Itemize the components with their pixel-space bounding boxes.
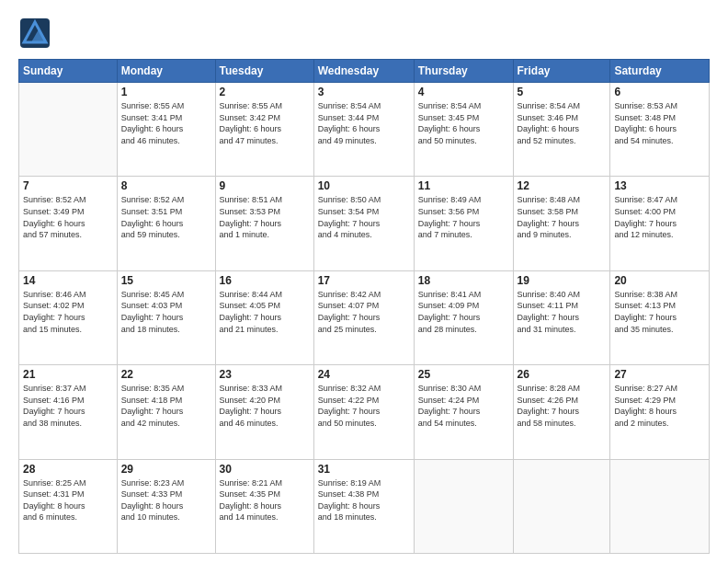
calendar-day-header: Friday xyxy=(513,60,610,83)
day-info: Sunrise: 8:38 AMSunset: 4:13 PMDaylight:… xyxy=(614,289,705,335)
day-number: 4 xyxy=(418,86,509,98)
day-info: Sunrise: 8:52 AMSunset: 3:49 PMDaylight:… xyxy=(23,194,113,240)
day-info: Sunrise: 8:47 AMSunset: 4:00 PMDaylight:… xyxy=(614,194,705,240)
day-info: Sunrise: 8:32 AMSunset: 4:22 PMDaylight:… xyxy=(318,383,410,429)
calendar-day-cell: 31Sunrise: 8:19 AMSunset: 4:38 PMDayligh… xyxy=(313,459,414,553)
day-info: Sunrise: 8:42 AMSunset: 4:07 PMDaylight:… xyxy=(318,289,410,335)
calendar-day-header: Monday xyxy=(117,60,215,83)
day-number: 22 xyxy=(121,368,211,381)
calendar-day-cell xyxy=(610,459,710,553)
logo-icon xyxy=(18,17,51,50)
day-number: 2 xyxy=(220,86,310,98)
day-info: Sunrise: 8:35 AMSunset: 4:18 PMDaylight:… xyxy=(121,383,211,429)
calendar-table: SundayMondayTuesdayWednesdayThursdayFrid… xyxy=(18,59,710,554)
calendar-day-header: Tuesday xyxy=(215,60,313,83)
calendar-day-cell: 12Sunrise: 8:48 AMSunset: 3:58 PMDayligh… xyxy=(513,177,610,270)
day-info: Sunrise: 8:27 AMSunset: 4:29 PMDaylight:… xyxy=(614,383,705,429)
calendar-day-cell xyxy=(513,459,610,553)
day-number: 25 xyxy=(418,368,509,381)
day-info: Sunrise: 8:25 AMSunset: 4:31 PMDaylight:… xyxy=(23,477,113,523)
calendar-day-cell: 6Sunrise: 8:53 AMSunset: 3:48 PMDaylight… xyxy=(610,83,710,177)
day-number: 24 xyxy=(318,368,410,381)
calendar-day-cell xyxy=(414,459,513,553)
day-info: Sunrise: 8:30 AMSunset: 4:24 PMDaylight:… xyxy=(418,383,509,429)
day-number: 31 xyxy=(318,463,410,476)
day-info: Sunrise: 8:19 AMSunset: 4:38 PMDaylight:… xyxy=(318,477,410,523)
calendar-day-cell: 30Sunrise: 8:21 AMSunset: 4:35 PMDayligh… xyxy=(215,459,313,553)
calendar-day-cell: 5Sunrise: 8:54 AMSunset: 3:46 PMDaylight… xyxy=(513,83,610,177)
day-info: Sunrise: 8:52 AMSunset: 3:51 PMDaylight:… xyxy=(121,194,211,240)
day-info: Sunrise: 8:49 AMSunset: 3:56 PMDaylight:… xyxy=(418,194,509,240)
day-number: 20 xyxy=(614,274,705,287)
calendar-week-row: 7Sunrise: 8:52 AMSunset: 3:49 PMDaylight… xyxy=(19,177,710,270)
calendar-day-cell: 14Sunrise: 8:46 AMSunset: 4:02 PMDayligh… xyxy=(19,270,118,364)
day-number: 23 xyxy=(220,368,310,381)
calendar-day-cell: 19Sunrise: 8:40 AMSunset: 4:11 PMDayligh… xyxy=(513,270,610,364)
calendar-day-header: Wednesday xyxy=(313,60,414,83)
calendar-week-row: 28Sunrise: 8:25 AMSunset: 4:31 PMDayligh… xyxy=(19,459,710,553)
header xyxy=(18,17,710,50)
calendar-day-cell: 13Sunrise: 8:47 AMSunset: 4:00 PMDayligh… xyxy=(610,177,710,270)
day-number: 30 xyxy=(220,463,310,476)
calendar-day-cell: 27Sunrise: 8:27 AMSunset: 4:29 PMDayligh… xyxy=(610,365,710,459)
day-number: 29 xyxy=(121,463,211,476)
calendar-day-cell: 22Sunrise: 8:35 AMSunset: 4:18 PMDayligh… xyxy=(117,365,215,459)
day-info: Sunrise: 8:28 AMSunset: 4:26 PMDaylight:… xyxy=(518,383,607,429)
calendar-day-cell: 9Sunrise: 8:51 AMSunset: 3:53 PMDaylight… xyxy=(215,177,313,270)
day-info: Sunrise: 8:54 AMSunset: 3:46 PMDaylight:… xyxy=(518,100,607,146)
calendar-day-cell: 2Sunrise: 8:55 AMSunset: 3:42 PMDaylight… xyxy=(215,83,313,177)
calendar-day-header: Sunday xyxy=(19,60,118,83)
page: SundayMondayTuesdayWednesdayThursdayFrid… xyxy=(0,0,728,563)
day-number: 11 xyxy=(418,179,509,192)
day-number: 28 xyxy=(23,463,113,476)
day-info: Sunrise: 8:48 AMSunset: 3:58 PMDaylight:… xyxy=(518,194,607,240)
day-info: Sunrise: 8:50 AMSunset: 3:54 PMDaylight:… xyxy=(318,194,410,240)
calendar-day-cell: 8Sunrise: 8:52 AMSunset: 3:51 PMDaylight… xyxy=(117,177,215,270)
calendar-day-cell: 25Sunrise: 8:30 AMSunset: 4:24 PMDayligh… xyxy=(414,365,513,459)
day-number: 27 xyxy=(614,368,705,381)
calendar-day-cell: 3Sunrise: 8:54 AMSunset: 3:44 PMDaylight… xyxy=(313,83,414,177)
calendar-day-header: Saturday xyxy=(610,60,710,83)
day-number: 21 xyxy=(23,368,113,381)
calendar-day-cell: 16Sunrise: 8:44 AMSunset: 4:05 PMDayligh… xyxy=(215,270,313,364)
day-info: Sunrise: 8:23 AMSunset: 4:33 PMDaylight:… xyxy=(121,477,211,523)
calendar-day-cell: 23Sunrise: 8:33 AMSunset: 4:20 PMDayligh… xyxy=(215,365,313,459)
calendar-header-row: SundayMondayTuesdayWednesdayThursdayFrid… xyxy=(19,60,710,83)
day-number: 5 xyxy=(518,86,607,98)
day-info: Sunrise: 8:44 AMSunset: 4:05 PMDaylight:… xyxy=(220,289,310,335)
day-number: 13 xyxy=(614,179,705,192)
calendar-day-cell xyxy=(19,83,118,177)
day-number: 18 xyxy=(418,274,509,287)
day-number: 15 xyxy=(121,274,211,287)
day-info: Sunrise: 8:40 AMSunset: 4:11 PMDaylight:… xyxy=(518,289,607,335)
calendar-day-cell: 17Sunrise: 8:42 AMSunset: 4:07 PMDayligh… xyxy=(313,270,414,364)
calendar-day-cell: 26Sunrise: 8:28 AMSunset: 4:26 PMDayligh… xyxy=(513,365,610,459)
day-number: 26 xyxy=(518,368,607,381)
day-info: Sunrise: 8:37 AMSunset: 4:16 PMDaylight:… xyxy=(23,383,113,429)
day-info: Sunrise: 8:46 AMSunset: 4:02 PMDaylight:… xyxy=(23,289,113,335)
day-number: 16 xyxy=(220,274,310,287)
day-number: 3 xyxy=(318,86,410,98)
calendar-day-cell: 1Sunrise: 8:55 AMSunset: 3:41 PMDaylight… xyxy=(117,83,215,177)
day-info: Sunrise: 8:54 AMSunset: 3:44 PMDaylight:… xyxy=(318,100,410,146)
day-number: 8 xyxy=(121,179,211,192)
calendar-day-cell: 15Sunrise: 8:45 AMSunset: 4:03 PMDayligh… xyxy=(117,270,215,364)
day-info: Sunrise: 8:55 AMSunset: 3:42 PMDaylight:… xyxy=(220,100,310,146)
day-number: 1 xyxy=(121,86,211,98)
calendar-day-cell: 20Sunrise: 8:38 AMSunset: 4:13 PMDayligh… xyxy=(610,270,710,364)
day-number: 14 xyxy=(23,274,113,287)
calendar-week-row: 1Sunrise: 8:55 AMSunset: 3:41 PMDaylight… xyxy=(19,83,710,177)
calendar-day-cell: 10Sunrise: 8:50 AMSunset: 3:54 PMDayligh… xyxy=(313,177,414,270)
calendar-day-cell: 4Sunrise: 8:54 AMSunset: 3:45 PMDaylight… xyxy=(414,83,513,177)
day-info: Sunrise: 8:21 AMSunset: 4:35 PMDaylight:… xyxy=(220,477,310,523)
day-number: 6 xyxy=(614,86,705,98)
day-number: 17 xyxy=(318,274,410,287)
day-number: 7 xyxy=(23,179,113,192)
calendar-day-cell: 7Sunrise: 8:52 AMSunset: 3:49 PMDaylight… xyxy=(19,177,118,270)
day-info: Sunrise: 8:41 AMSunset: 4:09 PMDaylight:… xyxy=(418,289,509,335)
day-info: Sunrise: 8:55 AMSunset: 3:41 PMDaylight:… xyxy=(121,100,211,146)
day-number: 10 xyxy=(318,179,410,192)
day-info: Sunrise: 8:45 AMSunset: 4:03 PMDaylight:… xyxy=(121,289,211,335)
calendar-week-row: 14Sunrise: 8:46 AMSunset: 4:02 PMDayligh… xyxy=(19,270,710,364)
logo xyxy=(18,17,59,50)
